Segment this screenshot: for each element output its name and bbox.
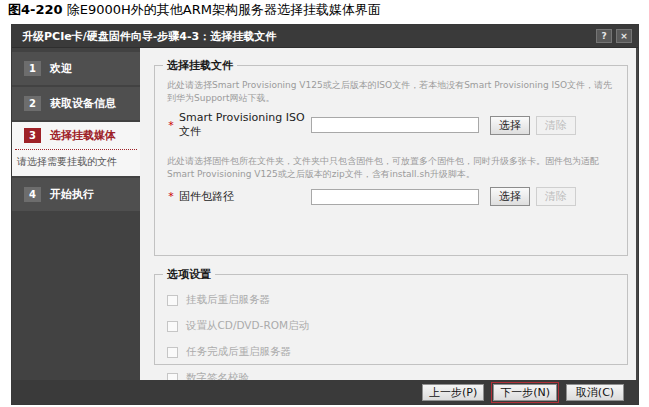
iso-select-button[interactable]: 选择	[490, 116, 530, 135]
iso-clear-button: 清除	[536, 116, 576, 135]
previous-step-button[interactable]: 上一步(P)	[422, 384, 484, 401]
firmware-path-input[interactable]	[311, 189, 479, 205]
close-icon[interactable]: ×	[616, 29, 632, 43]
wizard-steps-sidebar: 1 欢迎 2 获取设备信息 3 选择挂载媒体 请选择需要挂载的文件 4 开始执行	[12, 48, 140, 404]
iso-file-input[interactable]	[311, 117, 479, 133]
mount-files-group: 选择挂载文件 此处请选择Smart Provisioning V125或之后版本…	[154, 58, 628, 256]
figure-caption: 图4-220 除E9000H外的其他ARM架构服务器选择挂载媒体界面	[8, 1, 381, 19]
wizard-content-panel: 选择挂载文件 此处请选择Smart Provisioning V125或之后版本…	[140, 48, 636, 380]
upgrade-wizard-dialog: 升级PCIe卡/硬盘固件向导-步骤4-3：选择挂载文件 ? × 1 欢迎 2 获…	[12, 25, 638, 404]
required-mark: *	[163, 119, 179, 132]
firmware-path-row: * 固件包路径 选择 清除	[163, 187, 621, 206]
step-number: 2	[24, 96, 41, 111]
checkbox-icon	[167, 321, 178, 332]
dialog-title: 升级PCIe卡/硬盘固件向导-步骤4-3：选择挂载文件	[22, 30, 276, 43]
step-item-execute: 4 开始执行	[12, 178, 140, 211]
figure-number: 图4-220	[8, 2, 63, 17]
iso-file-label: Smart Provisioning ISO文件	[179, 111, 311, 139]
step-item-device-info: 2 获取设备信息	[12, 87, 140, 120]
figure-title: 除E9000H外的其他ARM架构服务器选择挂载媒体界面	[67, 2, 381, 17]
options-legend: 选项设置	[163, 267, 215, 282]
option-label: 任务完成后重启服务器	[186, 345, 291, 359]
step-dotted-divider	[15, 149, 137, 150]
firmware-select-button[interactable]: 选择	[490, 187, 530, 206]
iso-description: 此处请选择Smart Provisioning V125或之后版本的ISO文件，…	[167, 79, 615, 105]
firmware-clear-button: 清除	[536, 187, 576, 206]
required-mark: *	[163, 190, 179, 203]
firmware-description: 此处请选择固件包所在文件夹，文件夹中只包含固件包，可放置多个固件包，同时升级多张…	[167, 155, 615, 181]
step-label: 欢迎	[50, 61, 72, 76]
step-sublabel: 请选择需要挂载的文件	[12, 155, 140, 169]
step-item-select-media-active: 3 选择挂载媒体 请选择需要挂载的文件	[12, 122, 140, 176]
step-number: 1	[24, 61, 41, 76]
option-label: 设置从CD/DVD-ROM启动	[186, 319, 309, 333]
cancel-button[interactable]: 取消(C)	[566, 384, 624, 401]
help-icon[interactable]: ?	[596, 29, 612, 43]
wizard-footer: 上一步(P) 下一步(N) 取消(C)	[12, 380, 638, 404]
options-group: 选项设置 挂载后重启服务器 设置从CD/DVD-ROM启动 任务完成后重启服务器…	[154, 267, 628, 365]
step-label: 获取设备信息	[50, 96, 116, 111]
option-boot-from-cddvd: 设置从CD/DVD-ROM启动	[167, 319, 621, 333]
option-restart-after-mount: 挂载后重启服务器	[167, 293, 621, 307]
firmware-path-label: 固件包路径	[179, 189, 311, 204]
step-number: 3	[24, 128, 41, 143]
step-item-welcome: 1 欢迎	[12, 52, 140, 85]
dialog-titlebar: 升级PCIe卡/硬盘固件向导-步骤4-3：选择挂载文件 ? ×	[12, 25, 638, 48]
step-label: 开始执行	[50, 187, 94, 202]
option-label: 挂载后重启服务器	[186, 293, 270, 307]
mount-files-legend: 选择挂载文件	[163, 58, 237, 73]
option-restart-after-task: 任务完成后重启服务器	[167, 345, 621, 359]
titlebar-buttons: ? ×	[596, 29, 632, 43]
iso-file-row: * Smart Provisioning ISO文件 选择 清除	[163, 111, 621, 139]
step-label: 选择挂载媒体	[50, 128, 116, 143]
checkbox-icon	[167, 295, 178, 306]
checkbox-icon	[167, 347, 178, 358]
next-step-button[interactable]: 下一步(N)	[493, 384, 557, 401]
step-number: 4	[24, 187, 41, 202]
